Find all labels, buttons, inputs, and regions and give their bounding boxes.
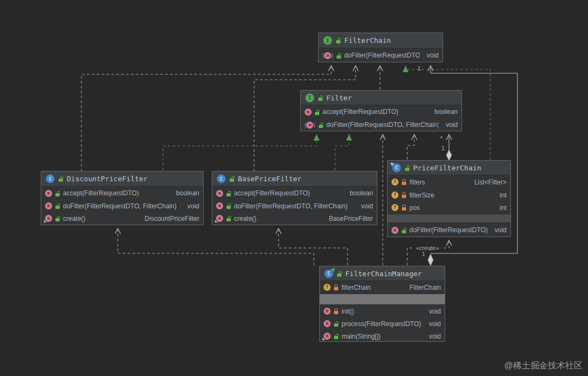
aggregation-diamond-filterchainmanager xyxy=(428,254,433,266)
class-header[interactable]: C DiscountPriceFilter xyxy=(41,171,203,187)
field-icon: f xyxy=(391,179,399,186)
static-method-icon: m xyxy=(45,215,52,222)
field-row[interactable]: f filters List<Filter> xyxy=(388,175,510,189)
class-title: DiscountPriceFilter xyxy=(67,175,148,183)
interface-icon: I xyxy=(323,36,332,45)
public-lock-icon xyxy=(226,215,231,221)
member-row[interactable]: m doFilter(FilterRequestDTO) void xyxy=(388,223,510,237)
section-separator xyxy=(320,294,445,305)
edge-discountpricefilter-to-filterchain-dependency[interactable] xyxy=(81,66,331,171)
interface-icon: I xyxy=(305,93,314,103)
member-row[interactable]: m accept(FilterRequestDTO) boolean xyxy=(41,187,203,200)
method-icon: m xyxy=(45,190,52,197)
create-stereotype-label: «create» xyxy=(414,245,441,252)
member-row[interactable]: (m) doFilter(FilterRequestDTO) void xyxy=(319,48,442,62)
private-lock-icon xyxy=(333,308,339,314)
public-lock-icon xyxy=(333,321,339,327)
edge-filterchainmanager-create-pricefilterchain-dependency[interactable] xyxy=(407,240,449,265)
method-icon: m xyxy=(216,190,223,197)
method-icon: m xyxy=(45,202,52,209)
arrow-overlay-icon xyxy=(389,161,395,166)
class-node-pricefilterchain[interactable]: C PriceFilterChain f filters List<Filter… xyxy=(387,160,511,237)
private-lock-icon xyxy=(401,205,407,211)
public-lock-icon xyxy=(229,176,235,182)
class-header[interactable]: C FilterChainManager xyxy=(320,266,445,281)
multiplicity-label: 1 xyxy=(441,145,445,152)
public-lock-icon xyxy=(226,203,231,209)
run-arrow-overlay-icon xyxy=(331,266,337,272)
public-lock-icon xyxy=(226,190,231,196)
static-method-icon: m xyxy=(216,215,223,222)
field-row[interactable]: f pos int xyxy=(388,201,510,214)
class-icon: C xyxy=(46,174,55,183)
method-icon: m xyxy=(324,320,331,327)
field-icon: f xyxy=(391,204,399,211)
public-lock-icon xyxy=(58,176,64,182)
public-lock-icon xyxy=(336,53,342,59)
class-node-filter[interactable]: I Filter m accept(FilterRequestDTO) bool… xyxy=(300,90,462,131)
public-lock-icon xyxy=(333,333,339,339)
private-lock-icon xyxy=(333,284,339,290)
abstract-method-icon: (m) xyxy=(323,52,333,59)
field-icon: f xyxy=(391,192,399,199)
runnable-class-icon: C xyxy=(324,269,333,278)
class-title: FilterChain xyxy=(344,36,391,44)
class-node-filterchainmanager[interactable]: C FilterChainManager f filterChain Filte… xyxy=(319,266,445,342)
multiplicity-label: * xyxy=(440,135,442,142)
aggregation-diamond-pricefilterchain xyxy=(446,150,452,161)
member-row[interactable]: m main(String[]) void xyxy=(320,330,445,342)
class-title: PriceFilterChain xyxy=(413,164,481,172)
public-lock-icon xyxy=(336,37,341,43)
private-lock-icon xyxy=(401,192,407,198)
class-header[interactable]: C BasePriceFilter xyxy=(212,171,377,187)
class-node-filterchain[interactable]: I FilterChain (m) doFilter(FilterRequest… xyxy=(318,33,443,62)
public-lock-icon xyxy=(401,227,407,233)
field-row[interactable]: f filterChain FilterChain xyxy=(320,281,445,294)
class-title: FilterChainManager xyxy=(345,270,422,278)
uml-diagram-canvas: I FilterChain (m) doFilter(FilterRequest… xyxy=(0,0,588,376)
method-icon: m xyxy=(391,227,399,234)
section-separator xyxy=(388,214,510,223)
class-icon: C xyxy=(217,174,226,183)
method-icon: m xyxy=(305,109,312,116)
watermark-text: @稀土掘金技术社区 xyxy=(504,360,583,372)
class-node-discountpricefilter[interactable]: C DiscountPriceFilter m accept(FilterReq… xyxy=(41,171,204,225)
edge-basepricefilter-implements-filter[interactable] xyxy=(335,134,349,170)
class-title: BasePriceFilter xyxy=(238,175,301,183)
method-icon: m xyxy=(324,308,331,315)
class-header[interactable]: C PriceFilterChain xyxy=(388,161,510,175)
public-lock-icon xyxy=(404,165,410,171)
member-row[interactable]: m init() void xyxy=(320,305,445,317)
field-icon: f xyxy=(324,284,331,291)
public-lock-icon xyxy=(55,203,60,209)
member-row[interactable]: m accept(FilterRequestDTO) boolean xyxy=(301,105,461,118)
member-row[interactable]: m accept(FilterRequestDTO) boolean xyxy=(212,187,377,200)
member-row[interactable]: m process(FilterRequestDTO) void xyxy=(320,317,445,330)
edge-filterchainmanager-to-discountpricefilter-dependency[interactable] xyxy=(118,228,314,265)
public-lock-icon xyxy=(314,109,320,115)
edge-discountpricefilter-implements-filter[interactable] xyxy=(163,134,317,170)
member-row[interactable]: m doFilter(FilterRequestDTO, FilterChain… xyxy=(41,200,203,212)
multiplicity-label: 1 xyxy=(418,65,421,72)
public-lock-icon xyxy=(55,190,60,196)
public-lock-icon xyxy=(337,271,342,277)
member-row[interactable]: (m) doFilter(FilterRequestDTO, FilterCha… xyxy=(301,118,461,131)
class-icon: C xyxy=(392,163,401,173)
class-node-basepricefilter[interactable]: C BasePriceFilter m accept(FilterRequest… xyxy=(212,171,377,225)
method-icon: m xyxy=(216,202,223,209)
edge-filterchainmanager-to-basepricefilter-dependency[interactable] xyxy=(279,228,347,265)
member-row[interactable]: m doFilter(FilterRequestDTO, FilterChain… xyxy=(212,200,377,212)
private-lock-icon xyxy=(401,179,407,185)
class-header[interactable]: I Filter xyxy=(301,91,461,105)
public-lock-icon xyxy=(318,122,324,128)
class-header[interactable]: I FilterChain xyxy=(319,33,442,48)
field-row[interactable]: f filterSize int xyxy=(388,189,510,201)
public-lock-icon xyxy=(55,215,60,221)
public-lock-icon xyxy=(318,95,323,101)
abstract-method-icon: (m) xyxy=(305,122,315,129)
class-title: Filter xyxy=(326,94,352,102)
member-row[interactable]: m create() BasePriceFilter xyxy=(212,212,377,225)
edge-pricefilterchain-to-filter-dependency[interactable] xyxy=(407,135,414,160)
member-row[interactable]: m create() DiscountPriceFilter xyxy=(41,212,203,225)
static-method-icon: m xyxy=(324,333,331,340)
